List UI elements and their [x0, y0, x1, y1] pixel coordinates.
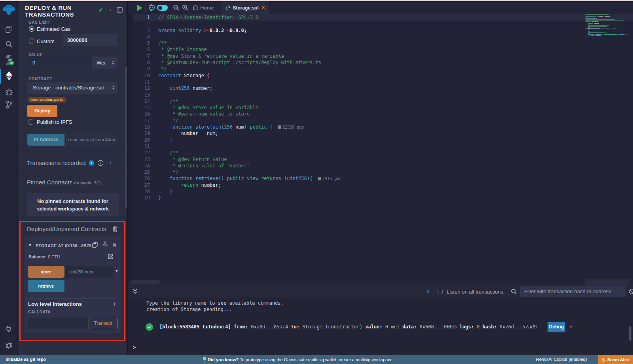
code-line[interactable]: 22 /** [128, 150, 633, 156]
tab-close-icon[interactable]: ✕ [262, 5, 265, 10]
code-line[interactable]: 24 * @return value of 'number' [128, 163, 633, 169]
code-line[interactable]: 25 */ [128, 169, 633, 175]
plugin-manager-icon[interactable] [5, 325, 13, 333]
code-line[interactable]: 10contract Storage { [128, 72, 633, 79]
contract-instance-label[interactable]: STORAGE AT 0X136...8B78 [36, 243, 92, 248]
code-line[interactable]: 21 [128, 143, 633, 150]
scam-alert-button[interactable]: ⚠ Scam Alert [598, 355, 633, 364]
code-line[interactable]: 12 uint256 number; [128, 85, 633, 91]
chevron-right-icon[interactable]: › [109, 6, 111, 13]
collapse-contract-icon[interactable]: ▼ [28, 243, 32, 247]
code-line[interactable]: 15 * @dev Store value in variable [128, 104, 633, 111]
file-explorer-icon[interactable] [5, 25, 13, 34]
calldata-input[interactable] [28, 318, 88, 329]
line-number: 11 [133, 79, 150, 85]
git-init-status[interactable]: Initialize as git repo [6, 357, 46, 362]
code-line[interactable]: 9 */ [128, 66, 633, 72]
unit-stepper-icon[interactable]: ▲▼ [112, 60, 114, 65]
code-line[interactable]: 23 * @dev Return value [128, 156, 633, 163]
listen-label[interactable]: Listen on all transactions [447, 289, 503, 295]
split-view-icon[interactable] [117, 7, 123, 14]
pin-icon[interactable] [102, 241, 108, 250]
expand-transactions-icon[interactable]: › [110, 159, 112, 165]
code-line[interactable]: 29} [128, 195, 633, 201]
code-line[interactable]: 16 * @param num value to store [128, 111, 633, 117]
minimap[interactable] [586, 14, 630, 37]
code-line[interactable]: 18 function store(uint256 num) public {2… [128, 124, 633, 130]
copilot-status[interactable]: RemixAI Copilot (enabled) [536, 357, 587, 362]
value-input[interactable]: 0 [27, 57, 92, 69]
solidity-compiler-icon[interactable] [5, 55, 14, 65]
expand-store-icon[interactable]: ▼ [115, 269, 119, 273]
home-label[interactable]: Home [200, 5, 214, 11]
active-plugin-indicator [0, 69, 1, 84]
deploy-button[interactable]: Deploy [27, 105, 57, 117]
code-line[interactable]: 26 function retrieve() public view retur… [128, 175, 633, 182]
transaction-log-row[interactable]: [block:5583405 txIndex:4] from: 0xa03...… [159, 324, 547, 330]
publish-ipfs-label[interactable]: Publish to IPFS [37, 119, 72, 125]
ai-robot-icon[interactable] [148, 4, 155, 13]
trash-icon[interactable] [112, 226, 118, 234]
code-editor[interactable]: 1// SPDX-License-Identifier: GPL-3.023pr… [128, 14, 633, 279]
code-line[interactable]: 5/** [128, 40, 633, 46]
low-level-info-icon[interactable]: i [114, 301, 115, 307]
code-line[interactable]: 13 [128, 92, 633, 98]
code-line[interactable]: 3pragma solidity >=0.8.2 <0.9.0; [128, 27, 633, 34]
line-number: 17 [133, 118, 150, 124]
clear-filter-icon[interactable] [629, 288, 633, 296]
custom-gas-radio[interactable] [29, 38, 34, 44]
remix-logo-icon[interactable] [2, 3, 15, 16]
code-line[interactable]: 7 * @dev Store & retrieve value in a var… [128, 53, 633, 59]
debug-button[interactable]: Debug [548, 322, 565, 332]
deploy-run-icon[interactable] [5, 71, 13, 81]
terminal-scrollbar[interactable] [629, 326, 631, 341]
code-line[interactable]: 27 return number; [128, 182, 633, 188]
info-icon[interactable] [97, 160, 104, 168]
run-script-icon[interactable] [137, 5, 142, 11]
settings-gear-icon[interactable] [5, 341, 13, 350]
code-line[interactable]: 11 [128, 79, 633, 85]
expand-tx-icon[interactable]: ⌄ [569, 322, 572, 328]
search-icon[interactable] [5, 40, 13, 48]
estimated-gas-label[interactable]: Estimated Gas [37, 26, 70, 32]
edit-balance-icon[interactable] [108, 254, 114, 261]
home-icon[interactable] [192, 4, 199, 12]
horizontal-scrollbar-thumb[interactable] [131, 280, 159, 284]
custom-gas-input[interactable]: 3000000 [63, 34, 118, 46]
debugger-icon[interactable] [5, 87, 13, 96]
terminal-search-icon[interactable] [511, 288, 517, 296]
code-line[interactable]: 28 } [128, 188, 633, 195]
retrieve-button[interactable]: retrieve [28, 280, 64, 292]
copilot-toggle[interactable] [157, 5, 168, 11]
publish-ipfs-checkbox[interactable] [28, 119, 33, 125]
code-line[interactable]: 20 } [128, 137, 633, 143]
code-line[interactable]: 8 * @custom:dev-run-script ./scripts/dep… [128, 59, 633, 66]
tab-storage-sol[interactable]: Storage.sol ✕ [222, 1, 269, 14]
copy-icon[interactable] [92, 242, 98, 250]
transact-button[interactable]: Transact [89, 318, 118, 329]
code-line[interactable]: 17 */ [128, 118, 633, 124]
code-line[interactable]: 19 number = num; [128, 130, 633, 136]
custom-gas-label[interactable]: Custom [37, 38, 55, 44]
at-address-button[interactable]: At Address [27, 134, 64, 146]
store-args-input[interactable]: uint256 num [64, 266, 114, 278]
pinned-contracts-title: Pinned Contracts (network: 31) [27, 179, 100, 186]
terminal-filter-input[interactable] [520, 286, 625, 297]
estimated-gas-radio[interactable] [29, 26, 34, 32]
code-line[interactable]: 1// SPDX-License-Identifier: GPL-3.0 [128, 14, 633, 21]
git-icon[interactable] [6, 100, 13, 109]
listen-checkbox[interactable] [438, 289, 443, 294]
code-line[interactable]: 4 [128, 34, 633, 40]
code-line[interactable]: 14 /** [128, 98, 633, 104]
store-button[interactable]: store [28, 266, 64, 278]
at-address-input[interactable]: Load contract from Addre [64, 134, 118, 146]
zoom-out-icon[interactable] [173, 4, 180, 13]
collapse-terminal-icon[interactable] [133, 288, 138, 296]
code-line[interactable]: 2 [128, 21, 633, 27]
code-line[interactable]: 6 * @title Storage [128, 46, 633, 53]
zoom-in-icon[interactable] [182, 4, 189, 13]
horizontal-scrollbar[interactable] [128, 279, 633, 285]
contract-select[interactable]: Storage - contracts/Storage.sol [27, 82, 118, 94]
remove-contract-icon[interactable]: ✕ [112, 242, 117, 248]
terminal[interactable]: Type the library name to see available c… [128, 298, 633, 356]
